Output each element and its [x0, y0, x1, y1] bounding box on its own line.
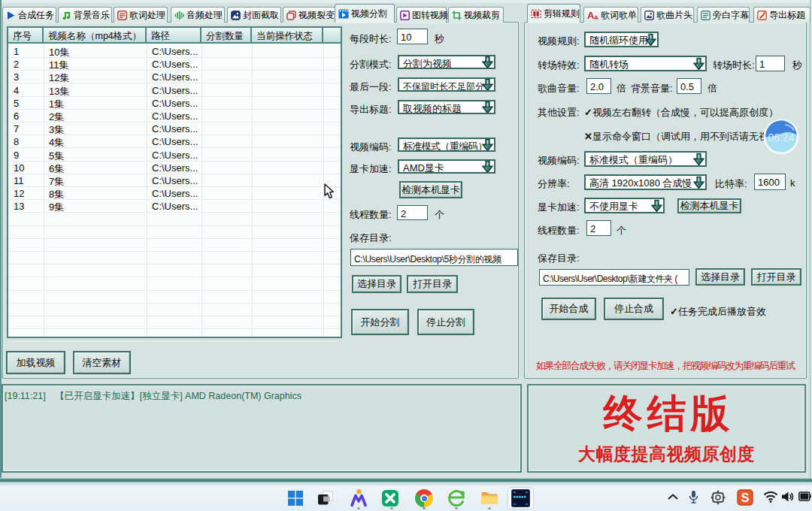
svg-text:A: A: [594, 14, 598, 20]
svg-text:06:24: 06:24: [768, 132, 794, 144]
svg-text:S: S: [741, 491, 750, 504]
